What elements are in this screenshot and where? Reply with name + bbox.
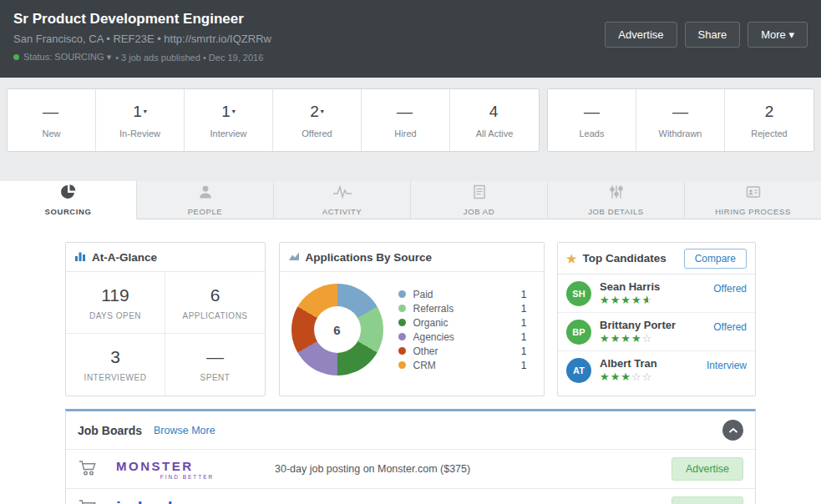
tab-hiring-process[interactable]: HIRING PROCESS — [685, 181, 821, 219]
tab-activity[interactable]: ACTIVITY — [274, 181, 411, 219]
star-rating: ★★★★★☆ — [600, 294, 660, 306]
avatar: SH — [566, 281, 591, 306]
stat-applications: 6 APPLICATIONS — [165, 272, 265, 334]
chevron-up-icon — [728, 424, 738, 436]
sourcing-panel: At-A-Glance 119 DAYS OPEN 6 APPLICATIONS… — [0, 242, 821, 504]
card-title: Applications By Source — [306, 251, 433, 264]
indeed-logo: indeed — [116, 498, 258, 504]
sliders-icon — [608, 184, 625, 204]
card-title: Top Candidates — [583, 252, 666, 265]
person-icon — [197, 184, 214, 204]
candidate-status-link[interactable]: Offered — [713, 283, 747, 295]
activity-waveform-icon — [332, 184, 352, 204]
top-candidates-card: ★ Top Candidates Compare SH Sean Harris … — [557, 242, 756, 396]
tab-label: JOB DETAILS — [588, 207, 644, 216]
stage-label: Rejected — [751, 129, 787, 139]
stage-all-active[interactable]: 4 All Active — [450, 89, 539, 151]
stage-label: Hired — [394, 129, 416, 139]
candidate-status-link[interactable]: Offered — [713, 321, 747, 333]
stage-label: All Active — [476, 129, 514, 139]
stat-interviewed: 3 INTERVIEWED — [66, 334, 165, 396]
tab-label: JOB AD — [464, 207, 494, 216]
stage-withdrawn[interactable]: — Withdrawn — [636, 89, 725, 151]
pie-chart-icon — [60, 184, 77, 204]
cart-icon[interactable] — [78, 459, 98, 480]
legend-dot-crm — [398, 361, 406, 369]
legend-item: Agencies 1 — [398, 330, 532, 344]
tab-label: PEOPLE — [188, 207, 223, 216]
applications-by-source-card: Applications By Source 6 Paid 1 Referral… — [279, 242, 545, 396]
stage-leads[interactable]: — Leads — [548, 89, 636, 151]
candidate-row[interactable]: SH Sean Harris ★★★★★☆ Offered — [558, 275, 755, 313]
advertise-button[interactable]: Advertise — [605, 22, 677, 48]
stage-rejected[interactable]: 2 Rejected — [725, 89, 813, 151]
stage-offered[interactable]: 2▾ Offered — [273, 89, 362, 151]
candidate-row[interactable]: AT Albert Tran ★★★☆☆ Interview — [558, 351, 755, 389]
dropdown-caret-icon: ▾ — [321, 108, 324, 115]
monster-logo: MONSTER FIND BETTER — [116, 459, 258, 480]
source-legend: Paid 1 Referrals 1 Organic 1 — [398, 287, 532, 372]
stage-new[interactable]: — New — [8, 89, 96, 151]
star-rating: ★★★☆☆ — [600, 370, 657, 383]
star-rating: ★★★★☆ — [600, 332, 676, 345]
collapse-button[interactable] — [722, 420, 743, 441]
tab-label: SOURCING — [45, 207, 92, 216]
compare-button[interactable]: Compare — [684, 249, 747, 269]
legend-dot-other — [398, 347, 406, 355]
cart-icon[interactable] — [78, 498, 98, 504]
pipeline-stats: — New 1▾ In-Review 1▾ Interview 2▾ Offer… — [0, 78, 821, 152]
job-boards-section: Job Boards Browse More MONSTER FIND BETT… — [65, 409, 756, 504]
legend-item: Organic 1 — [398, 315, 532, 330]
card-title: At-A-Glance — [92, 251, 157, 264]
area-chart-icon — [288, 250, 300, 265]
more-button[interactable]: More ▾ — [748, 22, 808, 48]
status-dropdown[interactable]: Status: SOURCING ▾ — [23, 52, 111, 63]
advertise-row-button[interactable]: Advertise — [671, 496, 743, 504]
stage-label: Leads — [580, 129, 605, 139]
tab-people[interactable]: PEOPLE — [137, 181, 274, 219]
tab-sourcing[interactable]: SOURCING — [0, 181, 137, 219]
share-button[interactable]: Share — [685, 22, 741, 48]
document-icon — [471, 184, 488, 204]
legend-dot-agencies — [398, 333, 406, 340]
tab-job-details[interactable]: JOB DETAILS — [548, 181, 685, 219]
legend-item: Referrals 1 — [398, 301, 532, 315]
at-a-glance-card: At-A-Glance 119 DAYS OPEN 6 APPLICATIONS… — [65, 242, 266, 396]
stage-interview[interactable]: 1▾ Interview — [185, 89, 273, 151]
job-board-description: 30-day job posting on Monster.com ($375) — [275, 463, 671, 475]
tab-label: ACTIVITY — [322, 207, 362, 216]
job-board-row: indeed Sponsored Pay-per-click campaign … — [66, 488, 755, 504]
job-header: Sr Product Development Engineer San Fran… — [0, 0, 821, 78]
stage-label: Interview — [210, 129, 246, 139]
stage-label: In-Review — [119, 129, 160, 139]
candidate-row[interactable]: BP Brittany Porter ★★★★☆ Offered — [558, 313, 755, 351]
tab-label: HIRING PROCESS — [715, 207, 791, 216]
legend-item: Paid 1 — [398, 287, 532, 301]
advertise-row-button[interactable]: Advertise — [671, 457, 743, 481]
legend-item: Other 1 — [398, 344, 532, 358]
stage-in-review[interactable]: 1▾ In-Review — [96, 89, 185, 151]
legend-item: CRM 1 — [398, 358, 532, 372]
id-card-icon — [745, 184, 762, 204]
stage-hired[interactable]: — Hired — [362, 89, 450, 151]
dropdown-caret-icon: ▾ — [232, 108, 236, 115]
pipeline-main-group: — New 1▾ In-Review 1▾ Interview 2▾ Offer… — [7, 88, 540, 152]
header-actions: Advertise Share More ▾ — [605, 22, 808, 48]
stage-label: Withdrawn — [659, 129, 702, 139]
star-icon: ★ — [566, 252, 577, 265]
browse-more-link[interactable]: Browse More — [154, 425, 215, 436]
candidate-status-link[interactable]: Interview — [707, 360, 747, 371]
donut-chart: 6 — [291, 284, 383, 375]
tab-job-ad[interactable]: JOB AD — [411, 181, 548, 219]
pipeline-secondary-group: — Leads — Withdrawn 2 Rejected — [547, 88, 814, 152]
candidate-name: Sean Harris — [600, 280, 660, 293]
legend-dot-paid — [398, 290, 406, 298]
status-indicator-icon — [13, 54, 19, 60]
stat-spent: — SPENT — [165, 334, 265, 396]
stage-label: Offered — [302, 129, 332, 139]
candidate-name: Albert Tran — [600, 357, 657, 370]
pipeline-band: — New 1▾ In-Review 1▾ Interview 2▾ Offer… — [0, 78, 821, 219]
avatar: BP — [566, 320, 591, 345]
section-title: Job Boards — [78, 424, 142, 437]
stat-days-open: 119 DAYS OPEN — [66, 272, 165, 334]
